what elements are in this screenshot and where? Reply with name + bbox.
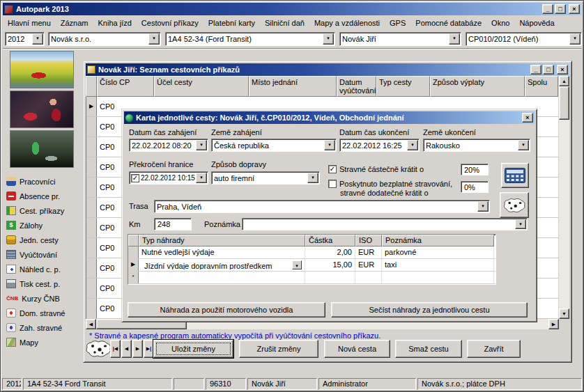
scroll-up-icon[interactable]: ▲ (559, 76, 569, 86)
sidebar-item-zah-stravne[interactable]: Zah. stravné (3, 320, 82, 335)
chevron-down-icon[interactable]: ▼ (148, 33, 160, 45)
column-datum-vyuctovani[interactable]: Datum vyúčtování (337, 76, 376, 97)
maximize-button[interactable]: □ (555, 4, 566, 14)
chevron-down-icon[interactable]: ▼ (323, 33, 334, 45)
menu-napoveda[interactable]: Nápověda (514, 17, 559, 29)
close-button[interactable]: × (557, 65, 568, 75)
nav-first-button[interactable]: |◀ (110, 340, 121, 358)
cancel-changes-button[interactable]: Zrušit změny (239, 340, 318, 358)
sidebar-item-kurzy-cnb[interactable]: ČNB Kurzy ČNB (3, 291, 82, 306)
column-castka[interactable]: Částka (305, 235, 355, 246)
driver-combo[interactable]: Novák Jiří ▼ (339, 32, 461, 46)
sidebar-item-nahled[interactable]: Náhled c. p. (3, 262, 82, 276)
sum-compensation-button[interactable]: Sečíst náhrady za jednotlivou cestu (331, 302, 528, 317)
scroll-right-icon[interactable]: ▶ (548, 319, 559, 329)
close-button[interactable]: × (569, 4, 580, 14)
calculator-button[interactable] (501, 163, 529, 188)
expense-row[interactable]: Nutné vedlejší výdaje 2,00 EUR parkovné (128, 246, 495, 259)
scroll-down-icon[interactable]: ▼ (559, 308, 569, 319)
column-poznamka[interactable]: Poznámka (382, 235, 494, 246)
chevron-down-icon[interactable]: ▼ (32, 33, 43, 45)
free-meals-checkbox[interactable] (328, 180, 337, 188)
km-field[interactable]: 248 (154, 218, 192, 230)
column-typ-cesty[interactable]: Typ cesty (376, 76, 430, 97)
close-list-button[interactable]: Zavřít (467, 340, 521, 358)
menu-platebni-karty[interactable]: Platební karty (203, 17, 260, 29)
menu-zaznam[interactable]: Záznam (56, 17, 93, 29)
list-window-titlebar[interactable]: Novák Jiří: Seznam cestovních příkazů _ … (86, 63, 569, 76)
chevron-down-icon[interactable]: ▼ (449, 33, 460, 45)
save-changes-button[interactable]: Uložit změny (153, 340, 233, 358)
route-combo[interactable]: Praha, Vídeň ▼ (154, 200, 490, 213)
sidebar-item-jedn-cesty[interactable]: Jedn. cesty (3, 233, 82, 247)
chevron-down-icon[interactable]: ▼ (196, 140, 207, 150)
menu-mapy-a-vzdalenosti[interactable]: Mapy a vzdálenosti (309, 17, 385, 29)
meal-reduce-checkbox[interactable]: ✓ (328, 165, 337, 173)
sidebar-item-mapy[interactable]: Mapy (3, 335, 82, 350)
chevron-down-icon[interactable]: ▼ (518, 140, 529, 150)
sidebar-item-vyuctovani[interactable]: Vyúčtování (3, 247, 82, 262)
note-combo[interactable]: ▼ (242, 218, 528, 230)
vehicle-combo[interactable]: 1A4 52-34 (Ford Transit) ▼ (165, 32, 335, 46)
sidebar-item-pracovnici[interactable]: Pracovníci (3, 174, 82, 189)
cell-typ-combo[interactable]: Jízdní výdaje dopravním prostředkem ▼ (139, 259, 305, 271)
nav-last-button[interactable]: ▶| (144, 340, 154, 358)
transport-combo[interactable]: auto firemní ▼ (211, 171, 320, 185)
column-misto-jednani[interactable]: Místo jednání (249, 76, 337, 97)
chevron-down-icon[interactable]: ▼ (307, 173, 318, 183)
menu-kniha-jizd[interactable]: Kniha jízd (93, 17, 137, 29)
column-ucel-cesty[interactable]: Účel cesty (154, 76, 249, 97)
menu-hlavni-menu[interactable]: Hlavní menu (3, 17, 56, 29)
menu-pomocne-databaze[interactable]: Pomocné databáze (410, 17, 486, 29)
chevron-down-icon[interactable]: ▼ (407, 140, 418, 150)
delete-trip-button[interactable]: Smaž cestu (395, 340, 462, 358)
minimize-button[interactable]: _ (530, 65, 541, 75)
menu-cestovni-prikazy[interactable]: Cestovní příkazy (137, 17, 203, 29)
sidebar-item-dom-stravne[interactable]: Dom. stravné (3, 306, 82, 320)
border-cross-combo[interactable]: ✓ 22.02.2012 10:15 ▼ (129, 171, 208, 185)
year-combo[interactable]: 2012 ▼ (5, 32, 45, 46)
sidebar-item-tisk[interactable]: Tisk cest. p. (3, 276, 82, 291)
nav-prev-button[interactable]: ◀ (121, 340, 132, 358)
trip-order-combo[interactable]: CP010/2012 (Vídeň) ▼ (466, 32, 582, 46)
menu-silnicni-dan[interactable]: Silniční daň (260, 17, 309, 29)
end-datetime-combo[interactable]: 22.02.2012 16:25 ▼ (339, 139, 420, 152)
company-combo[interactable]: Novák s.r.o. ▼ (48, 32, 161, 46)
chevron-down-icon[interactable]: ▼ (569, 33, 581, 45)
border-cross-checkbox[interactable]: ✓ (131, 174, 139, 182)
free-meals-pct-field[interactable]: 0% (461, 181, 489, 193)
chevron-down-icon[interactable]: ▼ (324, 140, 335, 150)
nav-next-button[interactable]: ▶ (132, 340, 143, 358)
app-titlebar[interactable]: Autopark 2013 _ □ × (3, 3, 581, 15)
column-cislo-cp[interactable]: Číslo CP (97, 76, 154, 97)
vehicle-compensation-button[interactable]: Náhrada za použití motorového vozidla (128, 302, 325, 317)
sidebar-item-cest-prikazy[interactable]: Cest. příkazy (3, 203, 82, 218)
column-zpusob-vyplaty[interactable]: Způsob výplaty (430, 76, 525, 97)
start-datetime-combo[interactable]: 22.02.2012 08:20 ▼ (129, 139, 208, 152)
new-trip-button[interactable]: Nová cesta (324, 340, 390, 358)
close-button[interactable]: × (522, 113, 533, 123)
map-button[interactable] (500, 192, 529, 218)
chevron-down-icon[interactable]: ▼ (515, 219, 526, 229)
chevron-down-icon[interactable]: ▼ (196, 173, 207, 183)
column-iso[interactable]: ISO (355, 235, 382, 246)
chevron-down-icon[interactable]: ▼ (477, 201, 489, 212)
sidebar-item-zalohy[interactable]: Zálohy (3, 218, 82, 233)
trip-dialog-titlebar[interactable]: Karta jednotlivé cesty: Novák Jiří, č.CP… (124, 111, 535, 124)
scrollbar-thumb[interactable] (559, 86, 569, 120)
minimize-button[interactable]: _ (542, 4, 553, 14)
vertical-scrollbar[interactable]: ▲ ▼ (559, 76, 569, 319)
maximize-button[interactable]: □ (543, 65, 554, 75)
menu-gps[interactable]: GPS (385, 17, 410, 29)
column-spolu[interactable]: Spolu (525, 76, 558, 97)
expense-row-new[interactable]: * (128, 272, 495, 284)
start-country-combo[interactable]: Česká republika ▼ (211, 139, 337, 152)
column-typ-nahrady[interactable]: Typ náhrady (139, 235, 305, 246)
scroll-left-icon[interactable]: ◀ (86, 319, 96, 329)
menu-okno[interactable]: Okno (486, 17, 514, 29)
end-country-combo[interactable]: Rakousko ▼ (423, 139, 530, 152)
expense-row-selected[interactable]: ▶ Jízdní výdaje dopravním prostředkem ▼ … (128, 259, 495, 272)
chevron-down-icon[interactable]: ▼ (292, 260, 302, 269)
meal-reduce-pct-field[interactable]: 20% (461, 164, 489, 175)
sidebar-item-absence[interactable]: Absence pr. (3, 189, 82, 203)
